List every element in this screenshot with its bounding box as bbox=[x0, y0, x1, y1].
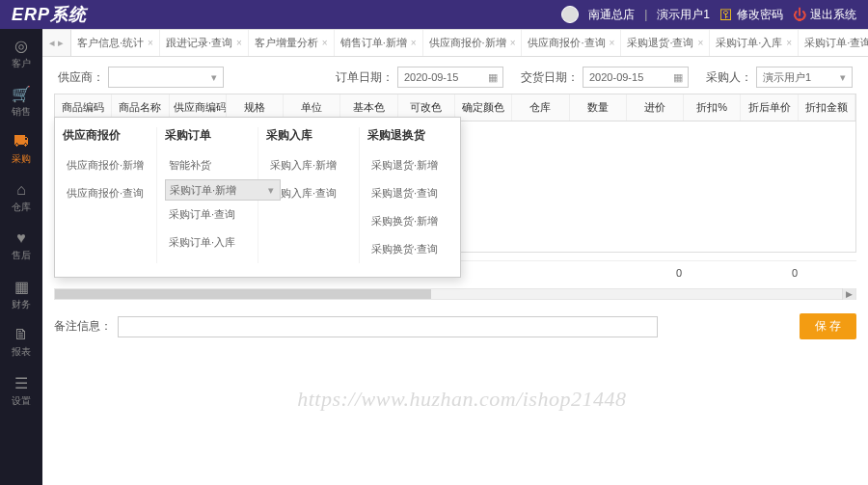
sidebar-label: 售后 bbox=[12, 249, 31, 262]
close-icon[interactable]: × bbox=[411, 38, 417, 48]
sidebar-label: 仓库 bbox=[12, 201, 31, 214]
column-header: 折后单价 bbox=[741, 94, 798, 121]
deliver-date-label: 交货日期： bbox=[521, 69, 579, 86]
mega-col-title: 供应商报价 bbox=[63, 127, 149, 144]
sidebar-item-财务[interactable]: ▦财务 bbox=[0, 270, 42, 318]
scrollbar-thumb[interactable] bbox=[55, 289, 431, 299]
tab[interactable]: 跟进记录·查询× bbox=[160, 30, 249, 56]
sidebar-icon: ♥ bbox=[16, 229, 26, 247]
sidebar-label: 销售 bbox=[12, 105, 31, 119]
sidebar-item-报表[interactable]: 🗎报表 bbox=[0, 318, 42, 366]
tab[interactable]: 采购退货·查询× bbox=[621, 30, 710, 56]
close-icon[interactable]: × bbox=[610, 38, 615, 48]
column-header: 折扣金额 bbox=[799, 94, 855, 121]
sidebar-icon: ⌂ bbox=[16, 181, 26, 199]
remark-input[interactable] bbox=[118, 316, 658, 337]
mega-col-title: 采购订单 bbox=[165, 127, 250, 144]
mega-menu-item[interactable]: 采购订单·入库 bbox=[165, 229, 250, 256]
sidebar-item-售后[interactable]: ♥售后 bbox=[0, 222, 42, 270]
total-amount: 0 bbox=[737, 267, 853, 279]
buyer-select[interactable]: 演示用户1 bbox=[756, 67, 853, 88]
tab-label: 供应商报价·查询 bbox=[528, 36, 605, 50]
order-date-input[interactable]: 2020-09-15 bbox=[397, 67, 503, 88]
sidebar-item-客户[interactable]: ◎客户 bbox=[0, 29, 42, 77]
mega-menu-item[interactable]: 供应商报价·新增 bbox=[63, 151, 149, 179]
tab-label: 跟进记录·查询 bbox=[166, 36, 232, 50]
store-name: 南通总店 bbox=[588, 7, 635, 23]
mega-menu-item[interactable]: 采购换货·查询 bbox=[367, 235, 452, 263]
sidebar-icon: ◎ bbox=[14, 37, 28, 55]
close-icon[interactable]: × bbox=[510, 38, 516, 48]
tab-label: 采购订单·入库 bbox=[716, 36, 782, 50]
mega-menu-item[interactable]: 采购订单·新增 bbox=[165, 179, 281, 201]
tab[interactable]: 客户信息·统计× bbox=[71, 30, 160, 56]
purchase-mega-menu: 供应商报价供应商报价·新增供应商报价·查询采购订单智能补货采购订单·新增采购订单… bbox=[54, 117, 461, 278]
sidebar-icon: ⛟ bbox=[14, 133, 29, 150]
sidebar-item-销售[interactable]: 🛒销售 bbox=[0, 77, 42, 125]
close-icon[interactable]: × bbox=[786, 38, 792, 48]
column-header: 进价 bbox=[627, 94, 684, 121]
tab-label: 客户信息·统计 bbox=[77, 36, 144, 50]
sidebar-label: 采购 bbox=[12, 152, 31, 166]
mega-menu-item[interactable]: 采购退货·新增 bbox=[367, 151, 452, 179]
tab-label: 采购退货·查询 bbox=[627, 36, 693, 50]
close-icon[interactable]: × bbox=[697, 38, 703, 48]
sidebar: ◎客户🛒销售⛟采购⌂仓库♥售后▦财务🗎报表☰设置 bbox=[0, 29, 42, 485]
close-icon[interactable]: × bbox=[148, 38, 153, 48]
supplier-select[interactable] bbox=[108, 67, 224, 88]
change-password-label: 修改密码 bbox=[737, 7, 783, 23]
tab[interactable]: 供应商报价·新增× bbox=[423, 30, 523, 56]
tab[interactable]: 采购订单·入库× bbox=[710, 30, 799, 56]
avatar[interactable] bbox=[561, 6, 579, 23]
sidebar-item-采购[interactable]: ⛟采购 bbox=[0, 125, 42, 174]
tab-label: 销售订单·新增 bbox=[340, 36, 407, 50]
tab-label: 采购订单·查询 bbox=[804, 36, 868, 50]
sidebar-icon: ☰ bbox=[14, 374, 28, 392]
key-icon: ⚿ bbox=[719, 7, 733, 22]
remark-row: 备注信息： 保 存 bbox=[54, 313, 856, 339]
horizontal-scrollbar[interactable]: ▶ bbox=[54, 288, 856, 300]
tab[interactable]: 供应商报价·查询× bbox=[522, 30, 621, 56]
supplier-label: 供应商： bbox=[58, 69, 104, 86]
mega-menu-item[interactable]: 采购换货·新增 bbox=[367, 207, 452, 235]
close-icon[interactable]: × bbox=[236, 38, 242, 48]
tab[interactable]: 采购订单·查询× bbox=[799, 30, 868, 56]
sidebar-item-设置[interactable]: ☰设置 bbox=[0, 366, 42, 415]
column-header: 确定颜色 bbox=[455, 94, 512, 121]
sidebar-item-仓库[interactable]: ⌂仓库 bbox=[0, 174, 42, 222]
buyer-label: 采购人： bbox=[706, 69, 752, 86]
tab[interactable]: 销售订单·新增× bbox=[335, 30, 423, 56]
sidebar-label: 报表 bbox=[12, 345, 31, 359]
change-password-link[interactable]: ⚿ 修改密码 bbox=[719, 7, 783, 23]
mega-col-title: 采购入库 bbox=[266, 127, 351, 144]
sidebar-icon: ▦ bbox=[14, 278, 29, 296]
mega-menu-item[interactable]: 采购退货·查询 bbox=[367, 179, 452, 207]
tabs-bar: ◂ ▸ 客户信息·统计×跟进记录·查询×客户增量分析×销售订单·新增×供应商报价… bbox=[42, 30, 868, 57]
separator: | bbox=[644, 8, 647, 21]
deliver-date-input[interactable]: 2020-09-15 bbox=[583, 67, 689, 88]
total-qty: 0 bbox=[621, 267, 737, 279]
tab-nav-left[interactable]: ◂ ▸ bbox=[42, 30, 71, 56]
sidebar-label: 财务 bbox=[12, 298, 31, 311]
app-logo: ERP系统 bbox=[12, 3, 87, 26]
remark-label: 备注信息： bbox=[54, 318, 112, 335]
mega-menu-item[interactable]: 采购订单·查询 bbox=[165, 201, 250, 229]
logout-link[interactable]: ⏻ 退出系统 bbox=[793, 7, 856, 23]
tab[interactable]: 客户增量分析× bbox=[249, 30, 335, 56]
mega-menu-item[interactable]: 智能补货 bbox=[165, 151, 250, 179]
mega-menu-item[interactable]: 采购入库·新增 bbox=[266, 151, 351, 179]
save-button[interactable]: 保 存 bbox=[800, 313, 856, 339]
close-icon[interactable]: × bbox=[322, 38, 328, 48]
scrollbar-right-arrow[interactable]: ▶ bbox=[842, 288, 855, 300]
sidebar-icon: 🗎 bbox=[14, 326, 29, 343]
main: ◂ ▸ 客户信息·统计×跟进记录·查询×客户增量分析×销售订单·新增×供应商报价… bbox=[42, 29, 868, 485]
mega-menu-item[interactable]: 供应商报价·查询 bbox=[63, 179, 149, 207]
logout-label: 退出系统 bbox=[810, 7, 856, 23]
tab-label: 客户增量分析 bbox=[255, 36, 318, 50]
header-right: 南通总店 | 演示用户1 ⚿ 修改密码 ⏻ 退出系统 bbox=[561, 6, 856, 23]
mega-col-title: 采购退换货 bbox=[367, 127, 452, 144]
watermark: https://www.huzhan.com/ishop21448 bbox=[297, 387, 626, 412]
sidebar-label: 设置 bbox=[12, 394, 31, 408]
column-header: 折扣% bbox=[684, 94, 741, 121]
power-icon: ⏻ bbox=[793, 7, 806, 22]
